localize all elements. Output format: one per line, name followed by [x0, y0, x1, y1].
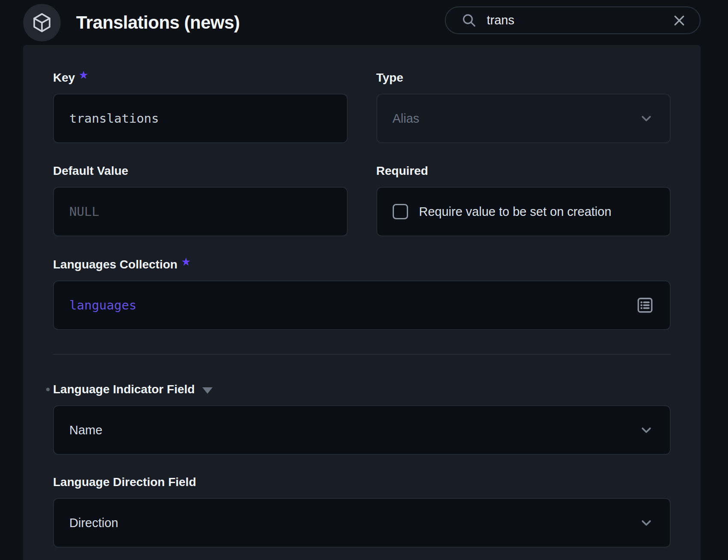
chevron-down-icon — [638, 422, 654, 438]
field-required: Required Require value to be set on crea… — [376, 164, 671, 236]
key-input-wrapper — [53, 94, 348, 143]
field-language-indicator: Language Indicator Field Name — [53, 382, 671, 455]
type-select: Alias — [376, 94, 671, 143]
key-label: Key ★ — [53, 71, 348, 85]
default-value-input-wrapper — [53, 187, 348, 236]
search-input[interactable] — [487, 13, 672, 27]
default-value-input[interactable] — [69, 204, 331, 219]
languages-collection-input[interactable]: languages — [53, 280, 671, 330]
field-type: Type Alias — [376, 71, 671, 143]
type-label: Type — [376, 71, 671, 85]
language-direction-value: Direction — [69, 516, 638, 530]
language-direction-select[interactable]: Direction — [53, 498, 671, 548]
required-star-icon: ★ — [79, 68, 88, 83]
collection-avatar — [23, 4, 61, 41]
caret-down-icon[interactable] — [202, 387, 213, 394]
field-languages-collection: Languages Collection ★ languages — [53, 257, 671, 330]
default-value-label: Default Value — [53, 164, 348, 178]
field-default-value: Default Value — [53, 164, 348, 236]
field-language-direction: Language Direction Field Direction — [53, 475, 671, 548]
page-title: Translations (news) — [76, 12, 240, 33]
required-checkbox-label[interactable]: Require value to be set on creation — [419, 205, 612, 219]
required-label: Required — [376, 164, 671, 178]
required-star-icon: ★ — [182, 255, 190, 269]
languages-collection-value: languages — [69, 298, 636, 312]
section-divider — [53, 354, 671, 355]
app-header: Translations (news) — [0, 0, 728, 45]
language-indicator-value: Name — [69, 423, 638, 437]
box-icon — [31, 12, 53, 34]
search-icon — [461, 12, 477, 29]
chevron-down-icon — [638, 515, 654, 531]
key-input[interactable] — [69, 111, 331, 126]
close-icon[interactable] — [672, 13, 687, 28]
languages-collection-label: Languages Collection ★ — [53, 257, 671, 272]
language-indicator-select[interactable]: Name — [53, 405, 671, 455]
edited-indicator-dot — [46, 388, 50, 391]
language-indicator-label: Language Indicator Field — [46, 382, 671, 397]
search-box[interactable] — [445, 6, 701, 34]
field-settings-panel: Key ★ Type Alias Default Value — [23, 45, 701, 560]
list-icon[interactable] — [636, 296, 654, 315]
required-checkbox-group: Require value to be set on creation — [376, 187, 671, 236]
type-value: Alias — [393, 112, 639, 126]
chevron-down-icon — [638, 110, 654, 127]
field-key: Key ★ — [53, 71, 348, 143]
language-direction-label: Language Direction Field — [53, 475, 671, 489]
required-checkbox[interactable] — [393, 204, 408, 219]
